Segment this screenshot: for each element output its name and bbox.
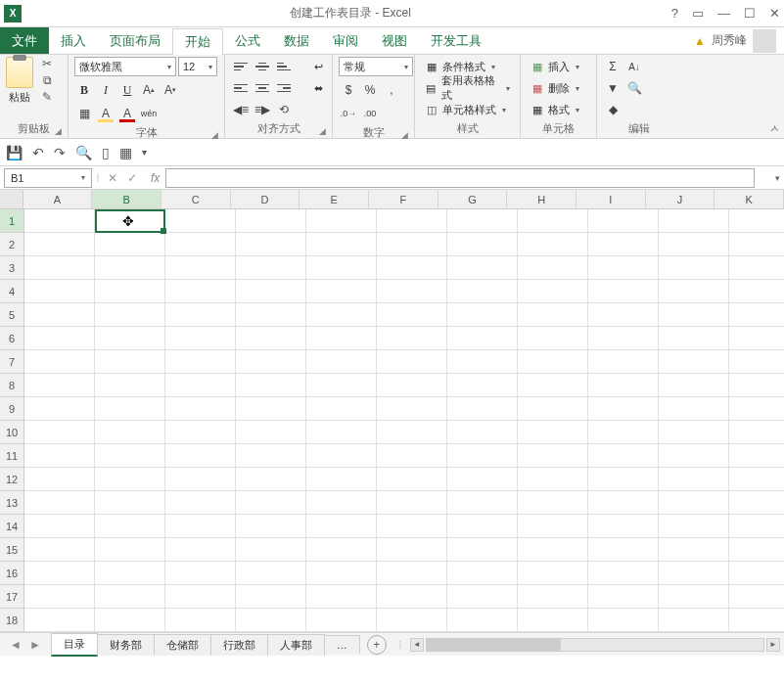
cell[interactable] [729, 350, 784, 374]
row-header-2[interactable]: 2 [0, 233, 23, 256]
collapse-ribbon-icon[interactable]: ㅅ [769, 121, 780, 136]
cell[interactable] [447, 303, 518, 327]
cell[interactable] [24, 233, 95, 256]
add-sheet-icon[interactable]: + [367, 635, 387, 655]
cell[interactable] [659, 374, 729, 397]
cell[interactable] [518, 374, 588, 397]
cell[interactable] [24, 256, 95, 280]
cell[interactable] [588, 280, 659, 303]
cell[interactable] [588, 609, 659, 632]
cell[interactable] [377, 491, 447, 515]
cell[interactable] [729, 327, 784, 350]
qat-customize-icon[interactable]: ▾ [142, 147, 147, 158]
cell[interactable] [518, 303, 588, 327]
cell[interactable] [588, 421, 659, 444]
cell[interactable] [306, 562, 377, 585]
cell[interactable] [447, 444, 518, 468]
cell[interactable] [306, 374, 377, 397]
hscroll-left-icon[interactable]: ◄ [410, 638, 424, 652]
col-header-B[interactable]: B [92, 190, 161, 208]
cell[interactable] [377, 256, 447, 280]
cell[interactable] [729, 538, 784, 562]
cell[interactable] [95, 397, 165, 421]
select-all-corner[interactable] [0, 190, 23, 208]
find-select-icon[interactable]: 🔍 [624, 78, 644, 98]
maximize-icon[interactable]: ☐ [744, 6, 756, 21]
cell[interactable] [377, 585, 447, 609]
font-size-combo[interactable]: 12▾ [178, 57, 217, 76]
cell[interactable] [377, 538, 447, 562]
cell[interactable] [306, 209, 377, 233]
cell[interactable] [377, 233, 447, 256]
alignment-launcher-icon[interactable]: ◢ [319, 126, 326, 136]
tab-review[interactable]: 审阅 [321, 27, 370, 54]
tab-file[interactable]: 文件 [0, 27, 49, 54]
cell[interactable] [659, 491, 729, 515]
comma-icon[interactable]: , [382, 80, 401, 100]
cell[interactable] [377, 209, 447, 233]
cell[interactable] [236, 327, 306, 350]
tab-insert[interactable]: 插入 [49, 27, 98, 54]
cell[interactable] [729, 585, 784, 609]
increase-decimal-icon[interactable]: .0→ [339, 104, 358, 123]
cell[interactable] [236, 538, 306, 562]
cell[interactable] [165, 233, 236, 256]
cell[interactable] [165, 256, 236, 280]
currency-icon[interactable]: $ [339, 80, 358, 100]
hscroll-right-icon[interactable]: ► [766, 638, 780, 652]
col-header-C[interactable]: C [161, 190, 231, 208]
cell[interactable] [729, 303, 784, 327]
cell[interactable] [95, 562, 165, 585]
cell[interactable] [518, 327, 588, 350]
close-icon[interactable]: ✕ [769, 6, 780, 21]
cell[interactable] [659, 280, 729, 303]
cell[interactable] [165, 585, 236, 609]
font-color-icon[interactable]: A [117, 104, 137, 123]
cell[interactable] [165, 515, 236, 538]
cell[interactable] [24, 515, 95, 538]
increase-font-icon[interactable]: A▴ [139, 80, 159, 100]
cell[interactable] [518, 491, 588, 515]
cell[interactable] [306, 444, 377, 468]
cell[interactable] [306, 256, 377, 280]
autosum-icon[interactable]: Σ [603, 57, 623, 76]
row-header-6[interactable]: 6 [0, 327, 23, 350]
cell[interactable] [659, 397, 729, 421]
row-header-10[interactable]: 10 [0, 421, 23, 444]
row-header-16[interactable]: 16 [0, 562, 23, 585]
cell[interactable] [24, 350, 95, 374]
sheet-tab-more[interactable]: … [324, 635, 360, 654]
align-bottom-icon[interactable] [274, 57, 294, 76]
undo-icon[interactable]: ↶ [32, 145, 44, 160]
tab-data[interactable]: 数据 [272, 27, 321, 54]
cell[interactable] [729, 421, 784, 444]
tab-developer[interactable]: 开发工具 [419, 27, 493, 54]
cell[interactable] [306, 491, 377, 515]
cell[interactable] [306, 515, 377, 538]
cell[interactable] [306, 585, 377, 609]
sheet-tab[interactable]: 人事部 [267, 634, 325, 656]
row-header-4[interactable]: 4 [0, 280, 23, 303]
cell[interactable] [518, 397, 588, 421]
row-header-15[interactable]: 15 [0, 538, 23, 562]
cell[interactable] [447, 350, 518, 374]
cell[interactable] [377, 515, 447, 538]
formula-bar[interactable] [165, 168, 755, 188]
sheet-tab-active[interactable]: 目录 [51, 633, 98, 657]
cell[interactable] [236, 468, 306, 491]
cell[interactable] [729, 468, 784, 491]
cell[interactable] [518, 515, 588, 538]
cell[interactable] [236, 374, 306, 397]
enter-formula-icon[interactable]: ✓ [127, 171, 137, 185]
cell[interactable] [729, 491, 784, 515]
cell[interactable] [165, 538, 236, 562]
cell[interactable] [588, 585, 659, 609]
cell[interactable] [236, 491, 306, 515]
cell[interactable] [236, 444, 306, 468]
cell[interactable] [165, 609, 236, 632]
row-header-3[interactable]: 3 [0, 256, 23, 280]
cell[interactable] [306, 397, 377, 421]
cell[interactable] [729, 209, 784, 233]
cell[interactable] [659, 468, 729, 491]
new-file-icon[interactable]: ▯ [102, 145, 110, 160]
